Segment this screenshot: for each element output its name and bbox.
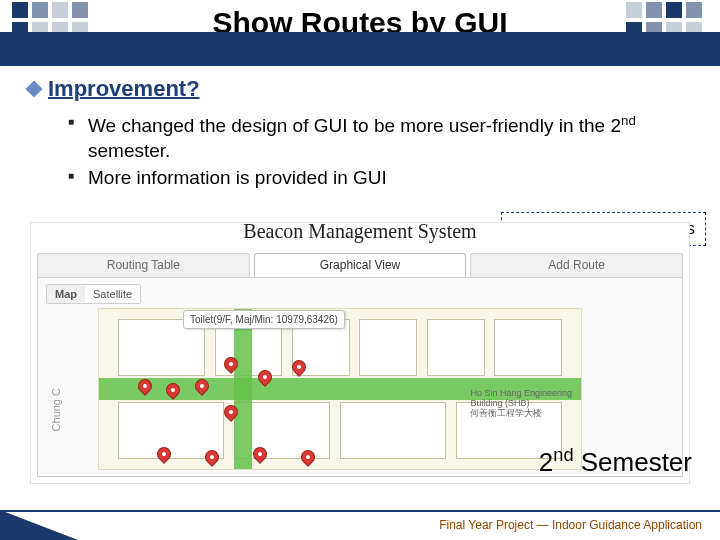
footer-text: Final Year Project — Indoor Guidance App… (439, 518, 702, 532)
map-side-label: Chung C (50, 388, 62, 431)
section-heading: Improvement? (28, 76, 700, 102)
tab-routing-table[interactable]: Routing Table (37, 253, 250, 277)
tab-graphical-view[interactable]: Graphical View (254, 253, 467, 277)
map-info-bubble[interactable]: Toilet(9/F, Maj/Min: 10979,63426) (183, 310, 345, 329)
route-path-vertical (234, 309, 252, 469)
bullet-item: We changed the design of GUI to be more … (68, 112, 700, 164)
semester-label: 2nd Semester (539, 445, 692, 478)
footer-bar: Final Year Project — Indoor Guidance App… (0, 510, 720, 540)
bullet-list: We changed the design of GUI to be more … (68, 112, 700, 190)
diamond-bullet-icon (26, 81, 43, 98)
tab-row: Routing Table Graphical View Add Route (37, 253, 683, 277)
building-label: Ho Sin Hang EngineeringBuilding (SHB)何善衡… (470, 389, 572, 419)
bullet-item: More information is provided in GUI (68, 166, 700, 191)
footer-accent-icon (0, 510, 78, 540)
map-toggle-map[interactable]: Map (47, 285, 85, 303)
tab-add-route[interactable]: Add Route (470, 253, 683, 277)
map-type-toggle[interactable]: Map Satellite (46, 284, 141, 304)
gui-app-title: Beacon Management System (31, 220, 689, 243)
map-toggle-satellite[interactable]: Satellite (85, 285, 140, 303)
title-band (0, 32, 720, 66)
